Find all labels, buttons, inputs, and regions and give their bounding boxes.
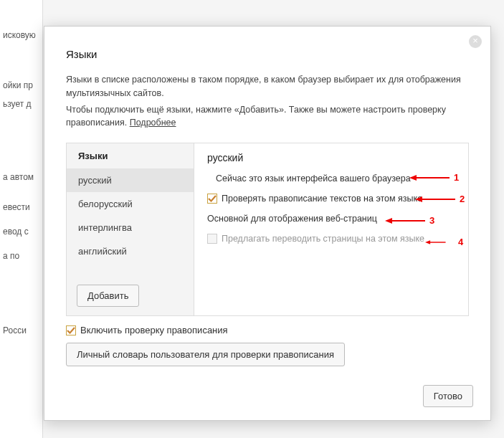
svg-marker-5 bbox=[385, 218, 392, 224]
annotation-label-1: 1 bbox=[454, 172, 459, 183]
close-icon[interactable]: × bbox=[469, 35, 482, 48]
intro-text-2-prefix: Чтобы подключить ещё языки, нажмите «Доб… bbox=[66, 105, 446, 128]
annotation-label-3: 3 bbox=[429, 215, 434, 226]
intro-text-2: Чтобы подключить ещё языки, нажмите «Доб… bbox=[66, 103, 469, 130]
spellcheck-checkbox[interactable] bbox=[207, 194, 217, 204]
language-item-belarusian[interactable]: белорусский bbox=[67, 192, 194, 216]
language-item-russian[interactable]: русский bbox=[67, 168, 194, 192]
translate-checkbox[interactable] bbox=[207, 234, 217, 244]
detail-language-name: русский bbox=[207, 152, 455, 163]
annotation-label-2: 2 bbox=[460, 194, 465, 204]
language-detail: русский Сейчас это язык интерфейса вашег… bbox=[194, 143, 468, 315]
language-item-interlingua[interactable]: интерлингва bbox=[67, 216, 194, 239]
enable-spellcheck-row: Включить проверку правописания bbox=[66, 325, 469, 335]
svg-marker-3 bbox=[415, 196, 422, 202]
detail-row-translate: Предлагать переводить страницы на этом я… bbox=[207, 234, 455, 244]
languages-panel: Языки русский белорусский интерлингва ан… bbox=[66, 143, 469, 316]
dialog-footer: Готово bbox=[423, 385, 473, 407]
enable-spellcheck-label: Включить проверку правописания bbox=[80, 325, 228, 335]
language-list-header: Языки bbox=[67, 143, 194, 168]
annotation-arrow-3: 3 bbox=[385, 215, 434, 226]
primary-display-label: Основной для отображения веб-страниц bbox=[207, 214, 377, 224]
learn-more-link[interactable]: Подробнее bbox=[130, 118, 176, 128]
languages-dialog: × Языки Языки в списке расположены в так… bbox=[44, 26, 491, 421]
done-button[interactable]: Готово bbox=[423, 385, 473, 407]
below-panel: Включить проверку правописания Личный сл… bbox=[66, 325, 469, 366]
svg-marker-7 bbox=[425, 240, 430, 244]
annotation-arrow-1: 1 bbox=[409, 172, 459, 183]
translate-label: Предлагать переводить страницы на этом я… bbox=[222, 234, 424, 244]
enable-spellcheck-checkbox[interactable] bbox=[66, 325, 76, 335]
language-list: Языки русский белорусский интерлингва ан… bbox=[67, 143, 194, 315]
interface-language-label: Сейчас это язык интерфейса вашего браузе… bbox=[216, 173, 411, 184]
intro-text-1: Языки в списке расположены в таком поряд… bbox=[66, 73, 469, 100]
personal-dictionary-button[interactable]: Личный словарь пользователя для проверки… bbox=[66, 343, 345, 366]
annotation-arrow-4: 4 bbox=[425, 237, 463, 247]
spellcheck-label: Проверять правописание текстов на этом я… bbox=[222, 194, 422, 204]
language-item-english[interactable]: английский bbox=[67, 239, 194, 263]
annotation-label-4: 4 bbox=[458, 237, 463, 247]
svg-marker-1 bbox=[409, 175, 417, 181]
dialog-title: Языки bbox=[66, 48, 469, 60]
add-language-button[interactable]: Добавить bbox=[77, 285, 139, 307]
annotation-arrow-2: 2 bbox=[415, 194, 465, 204]
